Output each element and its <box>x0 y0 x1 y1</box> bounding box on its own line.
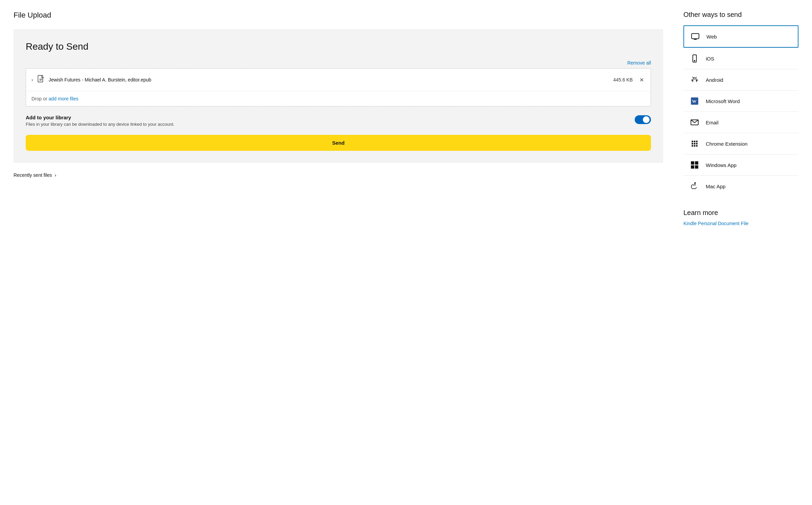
sidebar-item-label-web: Web <box>706 34 717 40</box>
email-icon <box>690 117 700 127</box>
svg-rect-14 <box>695 161 698 165</box>
sidebar-item-web[interactable]: Web <box>683 25 798 48</box>
ios-icon <box>690 53 700 64</box>
sidebar-item-label-chrome-extension: Chrome Extension <box>706 141 747 147</box>
sidebar-item-label-microsoft-word: Microsoft Word <box>706 98 740 104</box>
remove-all-row: Remove all <box>26 60 651 66</box>
expand-chevron-icon[interactable]: › <box>31 77 33 82</box>
remove-file-button[interactable]: ✕ <box>638 77 645 83</box>
mac-app-icon <box>690 181 700 191</box>
add-to-library-toggle[interactable] <box>635 115 651 124</box>
svg-point-7 <box>694 60 695 61</box>
sidebar-item-label-ios: iOS <box>706 56 714 62</box>
file-name: Jewish Futures - Michael A. Burstein, ed… <box>49 77 613 82</box>
sidebar: Other ways to send Web iOS <box>683 11 798 226</box>
web-icon <box>690 31 700 42</box>
library-label: Add to your library <box>26 115 174 120</box>
learn-more-section: Learn more Kindle Personal Document File <box>683 209 798 226</box>
sidebar-item-email[interactable]: Email <box>683 112 798 133</box>
windows-app-icon <box>690 160 700 170</box>
main-content: File Upload Ready to Send Remove all › <box>14 11 683 226</box>
file-row: › Jewish Futures - Michael A. Burstein, … <box>26 69 651 91</box>
file-drop-area: › Jewish Futures - Michael A. Burstein, … <box>26 68 651 106</box>
sidebar-item-label-mac-app: Mac App <box>706 184 725 189</box>
svg-rect-0 <box>38 75 43 82</box>
sidebar-item-chrome-extension[interactable]: Chrome Extension <box>683 133 798 154</box>
chrome-extension-icon <box>690 139 700 149</box>
sidebar-item-label-email: Email <box>706 120 719 125</box>
drop-more-row: Drop or add more files <box>26 91 651 106</box>
svg-point-8 <box>691 79 692 80</box>
page-title: File Upload <box>14 11 663 20</box>
svg-rect-3 <box>692 33 699 39</box>
sidebar-item-microsoft-word[interactable]: W Microsoft Word <box>683 90 798 112</box>
add-more-files-link[interactable]: add more files <box>49 96 78 101</box>
learn-more-title: Learn more <box>683 209 798 217</box>
drop-text: Drop or <box>31 96 49 101</box>
microsoft-word-icon: W <box>690 96 700 106</box>
library-text: Add to your library Files in your librar… <box>26 115 174 127</box>
svg-rect-13 <box>691 161 694 165</box>
sidebar-item-label-windows-app: Windows App <box>706 162 737 168</box>
file-size: 445.6 KB <box>613 77 633 82</box>
sidebar-title: Other ways to send <box>683 11 798 19</box>
recently-sent-chevron-icon: › <box>55 172 57 178</box>
sidebar-item-mac-app[interactable]: Mac App <box>683 175 798 197</box>
android-icon <box>690 75 700 85</box>
library-description: Files in your library can be downloaded … <box>26 122 174 127</box>
send-button[interactable]: Send <box>26 135 651 151</box>
remove-all-link[interactable]: Remove all <box>627 60 651 66</box>
sidebar-item-android[interactable]: Android <box>683 69 798 90</box>
sidebar-item-label-android: Android <box>706 77 723 83</box>
sidebar-item-windows-app[interactable]: Windows App <box>683 154 798 175</box>
library-row: Add to your library Files in your librar… <box>26 115 651 127</box>
svg-point-9 <box>697 79 698 80</box>
svg-rect-16 <box>695 165 698 169</box>
recently-sent-files-link[interactable]: Recently sent files › <box>14 172 663 178</box>
svg-text:W: W <box>692 99 696 104</box>
upload-box: Ready to Send Remove all › Jewis <box>14 29 663 163</box>
svg-rect-15 <box>691 165 694 169</box>
file-document-icon <box>37 75 45 85</box>
kindle-personal-document-link[interactable]: Kindle Personal Document File <box>683 221 748 226</box>
ready-to-send-title: Ready to Send <box>26 41 651 52</box>
sidebar-item-ios[interactable]: iOS <box>683 48 798 69</box>
recently-sent-label: Recently sent files <box>14 172 52 178</box>
